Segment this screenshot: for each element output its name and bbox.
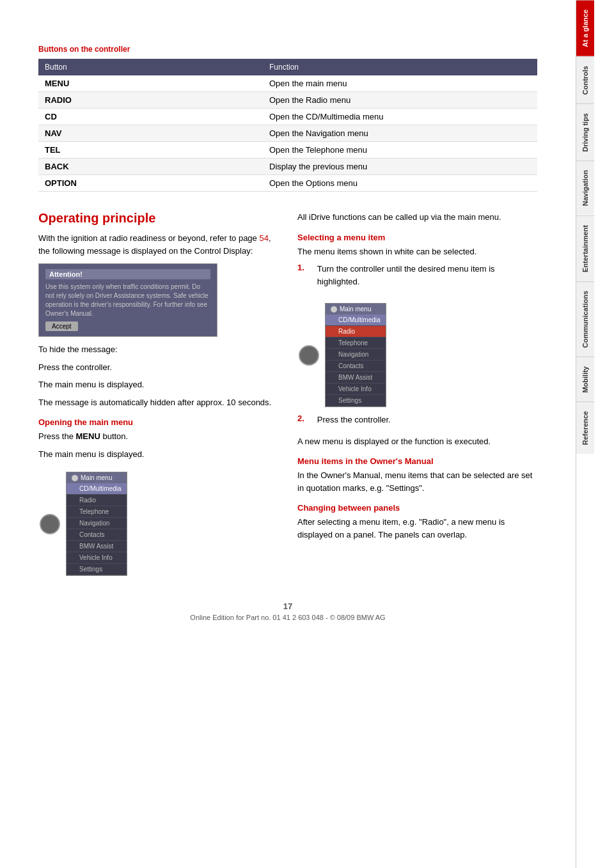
button-cell: MENU (38, 75, 263, 92)
controller-circle (40, 514, 60, 534)
page-footer: 17 Online Edition for Part no. 01 41 2 6… (38, 601, 537, 634)
press-text1: Press the (38, 431, 76, 441)
function-cell: Open the Telephone menu (263, 142, 537, 159)
intro-paragraph: With the ignition at radio readiness or … (38, 232, 278, 257)
button-cell: NAV (38, 125, 263, 142)
opening-main-menu-title: Opening the main menu (38, 417, 278, 427)
menu-items-owners-manual-text: In the Owner's Manual, menu items that c… (297, 469, 537, 494)
sidebar-tab-navigation[interactable]: Navigation (576, 160, 594, 215)
attention-title: Attention! (45, 269, 210, 279)
menu-item: Radio (67, 495, 127, 506)
menu-items-left: CD/MultimediaRadioTelephoneNavigationCon… (67, 483, 127, 575)
buttons-section-title: Buttons on the controller (38, 45, 537, 54)
menu-item: Contacts (67, 529, 127, 541)
menu-item: Vehicle Info (67, 552, 127, 564)
auto-hide-text: The message is automatically hidden afte… (38, 396, 278, 409)
menu-item: Telephone (67, 506, 127, 518)
controller-icon-right (297, 345, 320, 366)
controller-circle-right (299, 345, 319, 366)
function-cell: Open the CD/Multimedia menu (263, 109, 537, 125)
menu-items-white-text: The menu items shown in white can be sel… (297, 245, 537, 258)
new-menu-displayed-text: A new menu is displayed or the function … (297, 435, 537, 448)
left-column: Operating principle With the ignition at… (38, 211, 278, 582)
sidebar-tab-driving-tips[interactable]: Driving tips (576, 104, 594, 161)
controller-icon-left (38, 514, 61, 534)
step-1: 1. Turn the controller until the desired… (297, 263, 537, 293)
copyright-text: Online Edition for Part no. 01 41 2 603 … (190, 614, 385, 621)
menu-item: Contacts (326, 360, 386, 372)
menu-item: Radio (326, 326, 386, 337)
step1-text: Turn the controller until the desired me… (317, 263, 537, 288)
sidebar-tab-reference[interactable]: Reference (576, 401, 594, 454)
button-cell: BACK (38, 159, 263, 175)
operating-principle-section: Operating principle With the ignition at… (38, 211, 537, 582)
all-idrive-text: All iDrive functions can be called up vi… (297, 211, 537, 224)
button-cell: RADIO (38, 92, 263, 109)
right-column: All iDrive functions can be called up vi… (297, 211, 537, 582)
function-cell: Open the Options menu (263, 175, 537, 192)
attention-box: Attention! Use this system only when tra… (39, 264, 217, 336)
accept-button: Accept (45, 322, 78, 331)
buttons-section: Buttons on the controller Button Functio… (38, 45, 537, 192)
press-menu-text: Press the MENU button. (38, 430, 278, 443)
menu-header-left: Main menu (67, 472, 127, 483)
menu-item: CD/Multimedia (67, 483, 127, 495)
table-row: TELOpen the Telephone menu (38, 142, 537, 159)
changing-between-panels-title: Changing between panels (297, 503, 537, 513)
menu-items-right: CD/MultimediaRadioTelephoneNavigationCon… (326, 314, 386, 407)
main-menu-screenshot-left: Main menu CD/MultimediaRadioTelephoneNav… (66, 472, 127, 576)
button-cell: CD (38, 109, 263, 125)
sidebar-tab-mobility[interactable]: Mobility (576, 357, 594, 402)
table-row: BACKDisplay the previous menu (38, 159, 537, 175)
attention-screenshot: Attention! Use this system only when tra… (38, 263, 217, 337)
sidebar-tab-entertainment[interactable]: Entertainment (576, 215, 594, 281)
main-menu-screenshot-right: Main menu CD/MultimediaRadioTelephoneNav… (325, 303, 386, 407)
function-cell: Open the main menu (263, 75, 537, 92)
attention-content: Use this system only when traffic condit… (45, 283, 210, 318)
menu-header-right: Main menu (326, 304, 386, 314)
menu-items-owners-manual-title: Menu items in the Owner's Manual (297, 456, 537, 466)
main-menu-wrapper-left: Main menu CD/MultimediaRadioTelephoneNav… (38, 465, 278, 582)
step1-number: 1. (297, 263, 304, 293)
function-cell: Open the Navigation menu (263, 125, 537, 142)
sidebar-tab-communications[interactable]: Communications (576, 281, 594, 357)
hide-message-1: To hide the message: (38, 343, 278, 356)
page-number: 17 (38, 601, 537, 611)
menu-item: Navigation (67, 518, 127, 529)
col-header-function: Function (263, 59, 537, 75)
selecting-menu-item-title: Selecting a menu item (297, 233, 537, 242)
button-table: Button Function MENUOpen the main menuRA… (38, 59, 537, 192)
table-body: MENUOpen the main menuRADIOOpen the Radi… (38, 75, 537, 192)
menu-item: Settings (326, 395, 386, 407)
table-row: CDOpen the CD/Multimedia menu (38, 109, 537, 125)
press-text2: button. (100, 431, 128, 441)
table-row: MENUOpen the main menu (38, 75, 537, 92)
function-cell: Open the Radio menu (263, 92, 537, 109)
operating-principle-title: Operating principle (38, 211, 278, 226)
intro-text1: With the ignition at radio readiness or … (38, 233, 259, 243)
menu-header-text-right: Main menu (340, 306, 371, 313)
table-row: RADIOOpen the Radio menu (38, 92, 537, 109)
menu-item: Navigation (326, 349, 386, 360)
step-2: 2. Press the controller. (297, 414, 537, 431)
sidebar-tab-controls[interactable]: Controls (576, 56, 594, 104)
menu-item: Settings (67, 564, 127, 575)
intro-link[interactable]: 54 (259, 233, 268, 243)
sidebar: At a glanceControlsDriving tipsNavigatio… (576, 0, 599, 868)
menu-icon (72, 475, 78, 481)
main-menu-displayed-text: The main menu is displayed. (38, 448, 278, 461)
button-cell: TEL (38, 142, 263, 159)
hide-message-3: The main menu is displayed. (38, 378, 278, 391)
button-cell: OPTION (38, 175, 263, 192)
menu-item: Vehicle Info (326, 384, 386, 395)
step2-text: Press the controller. (317, 414, 391, 426)
menu-item: BMW Assist (67, 541, 127, 552)
main-menu-wrapper-right: Main menu CD/MultimediaRadioTelephoneNav… (297, 297, 537, 414)
sidebar-tab-at-a-glance[interactable]: At a glance (576, 0, 594, 56)
menu-icon-right (331, 306, 337, 313)
hide-message-2: Press the controller. (38, 361, 278, 374)
changing-between-panels-text: After selecting a menu item, e.g. "Radio… (297, 516, 537, 541)
table-row: NAVOpen the Navigation menu (38, 125, 537, 142)
table-row: OPTIONOpen the Options menu (38, 175, 537, 192)
menu-item: BMW Assist (326, 372, 386, 384)
